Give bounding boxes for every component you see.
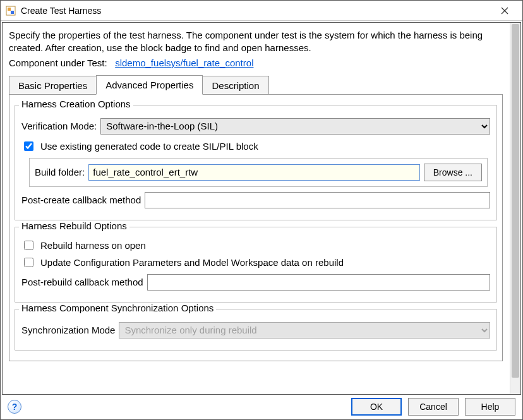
post-create-input[interactable] (145, 192, 490, 208)
build-folder-label: Build folder: (35, 167, 85, 177)
tab-description[interactable]: Description (202, 76, 268, 95)
update-config-checkbox[interactable] (24, 258, 33, 267)
rebuild-on-open-label: Rebuild harness on open (40, 240, 146, 251)
group-rebuild-options: Harness Rebuild Options Rebuild harness … (15, 227, 497, 303)
verification-mode-select[interactable]: Software-in-the-Loop (SIL) (100, 118, 490, 135)
tab-strip: Basic Properties Advanced Properties Des… (9, 75, 503, 94)
group-creation-options: Harness Creation Options Verification Mo… (15, 105, 497, 220)
verification-mode-label: Verification Mode: (21, 121, 97, 131)
group-sync-options: Harness Component Synchronization Option… (15, 309, 497, 351)
dialog-footer: ? OK Cancel Help (1, 395, 522, 419)
post-create-row: Post-create callback method (21, 192, 490, 208)
use-existing-code-label: Use existing generated code to create SI… (40, 141, 258, 152)
post-create-label: Post-create callback method (21, 195, 141, 205)
content-wrapper: Specify the properties of the test harne… (2, 22, 521, 395)
rebuild-on-open-checkbox[interactable] (24, 241, 33, 250)
sync-mode-label: Synchronization Mode (21, 325, 115, 335)
verification-mode-row: Verification Mode: Software-in-the-Loop … (21, 118, 490, 135)
help-button[interactable]: Help (465, 398, 515, 416)
close-button[interactable] (492, 2, 517, 20)
update-config-row: Update Configuration Parameters and Mode… (21, 256, 490, 269)
tab-basic-properties[interactable]: Basic Properties (9, 76, 97, 95)
build-folder-input[interactable] (88, 164, 420, 181)
vertical-scrollbar[interactable] (510, 23, 520, 394)
browse-button[interactable]: Browse ... (424, 164, 482, 181)
tab-panel-advanced: Harness Creation Options Verification Mo… (9, 94, 503, 361)
cancel-button[interactable]: Cancel (408, 398, 459, 416)
use-existing-code-checkbox[interactable] (24, 141, 33, 151)
build-folder-group: Build folder: Browse ... (29, 158, 488, 187)
post-rebuild-row: Post-rebuild callback method (21, 274, 490, 291)
use-existing-code-row: Use existing generated code to create SI… (21, 140, 490, 153)
post-rebuild-input[interactable] (147, 274, 490, 291)
component-under-test-row: Component under Test: sldemo_fuelsys/fue… (9, 57, 503, 68)
group-creation-title: Harness Creation Options (19, 99, 133, 109)
cut-link[interactable]: sldemo_fuelsys/fuel_rate_control (115, 57, 253, 68)
close-icon (501, 7, 508, 15)
app-icon (6, 6, 16, 16)
tab-advanced-properties[interactable]: Advanced Properties (96, 75, 203, 95)
rebuild-on-open-row: Rebuild harness on open (21, 239, 490, 252)
svg-rect-2 (11, 11, 14, 14)
scrollbar-thumb[interactable] (512, 24, 519, 378)
window-title: Create Test Harness (21, 6, 492, 16)
group-rebuild-title: Harness Rebuild Options (19, 220, 129, 231)
scroll-area: Specify the properties of the test harne… (3, 23, 509, 394)
update-config-label: Update Configuration Parameters and Mode… (40, 257, 344, 268)
post-rebuild-label: Post-rebuild callback method (21, 277, 143, 287)
sync-mode-select: Synchronize only during rebuild (119, 322, 490, 339)
cut-label: Component under Test: (9, 57, 107, 68)
sync-mode-row: Synchronization Mode Synchronize only du… (21, 322, 490, 339)
ok-button[interactable]: OK (351, 398, 402, 416)
svg-rect-1 (8, 8, 11, 11)
group-sync-title: Harness Component Synchronization Option… (19, 303, 216, 313)
titlebar: Create Test Harness (1, 1, 522, 21)
help-icon[interactable]: ? (8, 400, 21, 414)
intro-text: Specify the properties of the test harne… (9, 29, 503, 55)
